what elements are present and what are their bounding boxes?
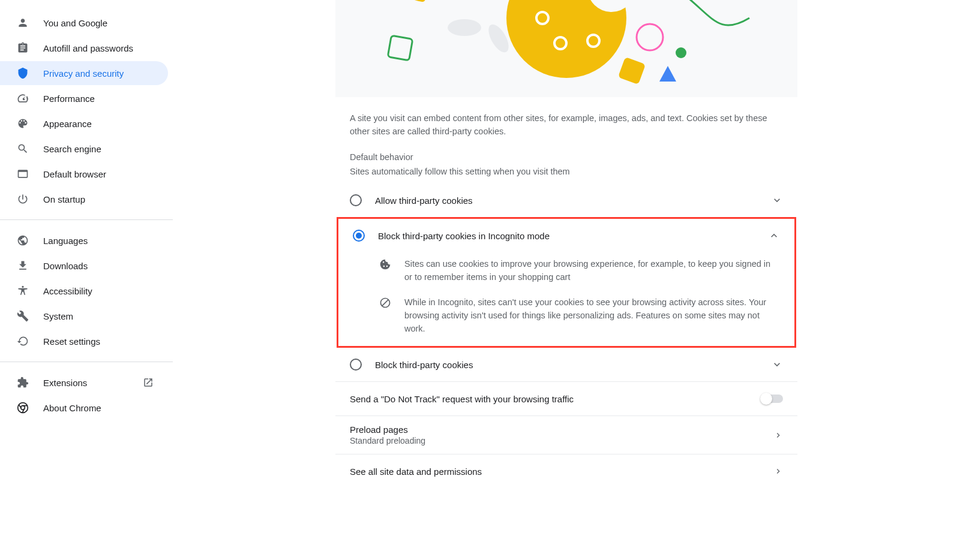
setting-preload-pages[interactable]: Preload pages Standard preloading <box>335 416 797 454</box>
sidebar-item-appearance[interactable]: Appearance <box>0 112 168 136</box>
sidebar-item-system[interactable]: System <box>0 304 168 328</box>
svg-point-11 <box>676 47 686 58</box>
reset-icon <box>17 335 29 347</box>
sidebar-item-about-chrome[interactable]: About Chrome <box>0 396 168 420</box>
sidebar-item-label: About Chrome <box>43 403 154 413</box>
svg-point-10 <box>637 24 663 50</box>
section-title-default-behavior: Default behavior <box>335 138 797 162</box>
person-icon <box>17 17 29 29</box>
detail-text: While in Incognito, sites can't use your… <box>404 296 780 335</box>
option-block-incognito[interactable]: Block third-party cookies in Incognito m… <box>338 219 794 252</box>
setting-label: Preload pages <box>350 424 773 435</box>
globe-icon <box>17 234 29 246</box>
speedometer-icon <box>17 92 29 104</box>
svg-point-3 <box>448 19 481 36</box>
sidebar-item-label: Appearance <box>43 119 154 129</box>
wrench-icon <box>17 310 29 322</box>
browser-icon <box>17 168 29 180</box>
sidebar-item-label: Extensions <box>43 378 138 388</box>
sidebar-item-label: Default browser <box>43 169 154 179</box>
svg-rect-12 <box>618 57 646 85</box>
svg-rect-2 <box>388 35 413 61</box>
accessibility-icon <box>17 285 29 297</box>
svg-marker-13 <box>659 66 676 82</box>
detail-row-incognito-block: While in Incognito, sites can't use your… <box>338 291 794 346</box>
dnt-toggle[interactable] <box>761 395 783 403</box>
launch-icon <box>143 377 154 388</box>
radio-label: Block third-party cookies <box>375 360 771 370</box>
sidebar-item-label: Accessibility <box>43 286 154 296</box>
sidebar-item-privacy-security[interactable]: Privacy and security <box>0 61 168 85</box>
chevron-right-icon <box>773 466 783 476</box>
setting-site-data-permissions[interactable]: See all site data and permissions <box>335 454 797 488</box>
sidebar-item-label: System <box>43 311 154 321</box>
extension-icon <box>17 377 29 389</box>
sidebar-item-label: You and Google <box>43 18 154 28</box>
shield-icon <box>17 67 29 79</box>
sidebar-divider <box>0 362 173 362</box>
sidebar-item-label: Reset settings <box>43 336 154 347</box>
sidebar-item-accessibility[interactable]: Accessibility <box>0 279 168 303</box>
sidebar-item-languages[interactable]: Languages <box>0 228 168 252</box>
sidebar-item-label: Performance <box>43 94 154 104</box>
sidebar-item-default-browser[interactable]: Default browser <box>0 162 168 186</box>
cookie-icon <box>379 258 391 270</box>
chevron-up-icon[interactable] <box>768 230 780 242</box>
settings-sidebar: You and Google Autofill and passwords Pr… <box>0 0 173 560</box>
power-icon <box>17 193 29 205</box>
settings-main: A site you visit can embed content from … <box>173 0 960 560</box>
sidebar-item-search-engine[interactable]: Search engine <box>0 137 168 161</box>
chevron-down-icon[interactable] <box>771 359 783 371</box>
radio-label: Block third-party cookies in Incognito m… <box>378 231 768 241</box>
setting-do-not-track[interactable]: Send a "Do Not Track" request with your … <box>335 382 797 416</box>
sidebar-item-performance[interactable]: Performance <box>0 86 168 110</box>
radio-icon <box>353 230 365 242</box>
sidebar-item-you-and-google[interactable]: You and Google <box>0 11 168 35</box>
clipboard-icon <box>17 42 29 54</box>
sidebar-item-label: Languages <box>43 236 154 246</box>
radio-icon <box>350 359 362 371</box>
setting-label: See all site data and permissions <box>350 466 773 477</box>
sidebar-item-label: Downloads <box>43 261 154 271</box>
radio-label: Allow third-party cookies <box>375 195 771 206</box>
sidebar-divider <box>0 219 173 220</box>
setting-sublabel: Standard preloading <box>350 436 773 445</box>
cookies-hero-illustration <box>335 0 797 97</box>
radio-icon <box>350 194 362 206</box>
palette-icon <box>17 118 29 130</box>
intro-text: A site you visit can embed content from … <box>335 97 797 138</box>
chevron-down-icon[interactable] <box>771 194 783 206</box>
detail-text: Sites can use cookies to improve your br… <box>404 257 780 284</box>
blocked-icon <box>379 297 391 309</box>
section-subtitle: Sites automatically follow this setting … <box>335 162 797 183</box>
option-allow-third-party[interactable]: Allow third-party cookies <box>335 183 797 217</box>
sidebar-item-on-startup[interactable]: On startup <box>0 187 168 211</box>
highlighted-option-block: Block third-party cookies in Incognito m… <box>337 217 796 348</box>
sidebar-item-label: Autofill and passwords <box>43 43 154 53</box>
sidebar-item-label: Search engine <box>43 144 154 154</box>
search-icon <box>17 143 29 155</box>
option-block-third-party[interactable]: Block third-party cookies <box>335 348 797 381</box>
setting-label: Send a "Do Not Track" request with your … <box>350 394 761 404</box>
chrome-icon <box>17 402 29 414</box>
detail-row-cookie-benefit: Sites can use cookies to improve your br… <box>338 252 794 291</box>
download-icon <box>17 260 29 272</box>
sidebar-item-downloads[interactable]: Downloads <box>0 254 168 278</box>
sidebar-item-label: On startup <box>43 194 154 204</box>
sidebar-item-label: Privacy and security <box>43 68 154 79</box>
sidebar-item-autofill[interactable]: Autofill and passwords <box>0 36 168 60</box>
sidebar-item-extensions[interactable]: Extensions <box>0 371 168 395</box>
sidebar-item-reset-settings[interactable]: Reset settings <box>0 329 168 353</box>
chevron-right-icon <box>773 430 783 440</box>
